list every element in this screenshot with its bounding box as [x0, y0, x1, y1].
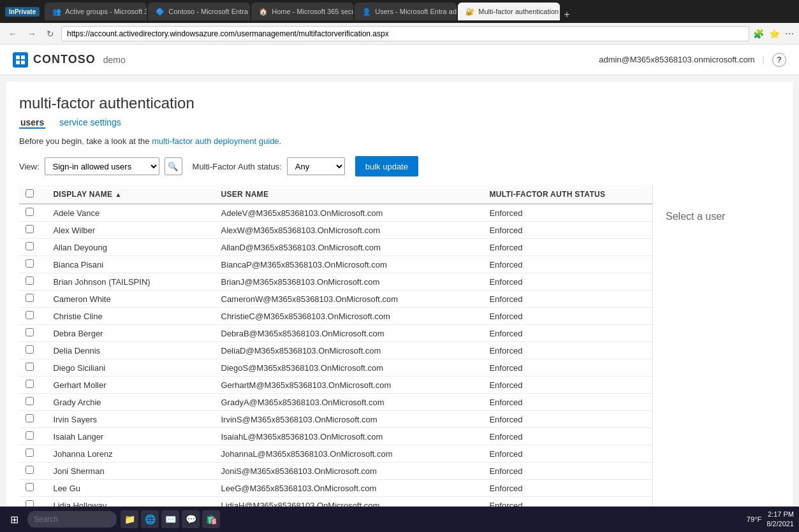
- row-checkbox-1[interactable]: [26, 225, 34, 233]
- taskbar-file-explorer-icon[interactable]: 📁: [121, 510, 138, 528]
- col-header-display-name[interactable]: DISPLAY NAME ▲: [47, 185, 214, 204]
- row-check-cell: [19, 291, 47, 308]
- browser-tab-1[interactable]: 👥 Active groups - Microsoft 365 a... ✕: [45, 3, 147, 20]
- row-checkbox-7[interactable]: [26, 328, 34, 336]
- table-row[interactable]: Delia Dennis DeliaD@M365x85368103.OnMicr…: [19, 342, 652, 359]
- table-section: DISPLAY NAME ▲ USER NAME MULTI-FACTOR AU…: [19, 185, 652, 532]
- view-label: View:: [19, 162, 40, 171]
- row-checkbox-11[interactable]: [26, 397, 34, 405]
- tab-users[interactable]: users: [19, 117, 45, 129]
- taskbar-teams-icon[interactable]: 💬: [182, 510, 200, 528]
- row-checkbox-15[interactable]: [26, 466, 34, 474]
- extensions-icon[interactable]: 🧩: [753, 29, 764, 39]
- table-row[interactable]: Grady Archie GradyA@M365x85368103.OnMicr…: [19, 394, 652, 411]
- row-mfa-status: Enforced: [483, 204, 652, 222]
- settings-icon[interactable]: ⋯: [785, 29, 794, 39]
- row-user-name: AlexW@M365x85368103.OnMicrosoft.com: [215, 222, 483, 239]
- inprivate-badge: InPrivate: [5, 7, 40, 17]
- row-checkbox-10[interactable]: [26, 380, 34, 388]
- row-checkbox-6[interactable]: [26, 311, 34, 319]
- row-user-name: CameronW@M365x85368103.OnMicrosoft.com: [215, 291, 483, 308]
- row-mfa-status: Enforced: [483, 463, 652, 480]
- row-mfa-status: Enforced: [483, 480, 652, 497]
- table-row[interactable]: Cameron White CameronW@M365x85368103.OnM…: [19, 291, 652, 308]
- row-check-cell: [19, 463, 47, 480]
- favorites-icon[interactable]: ⭐: [769, 29, 780, 39]
- row-checkbox-9[interactable]: [26, 363, 34, 371]
- row-display-name: Allan Deyoung: [47, 239, 214, 256]
- row-check-cell: [19, 239, 47, 256]
- back-button[interactable]: ←: [5, 27, 20, 40]
- svg-rect-2: [16, 61, 20, 64]
- table-row[interactable]: Adele Vance AdeleV@M365x85368103.OnMicro…: [19, 204, 652, 222]
- new-tab-button[interactable]: +: [561, 9, 572, 20]
- search-button[interactable]: 🔍: [165, 157, 182, 175]
- admin-email: admin@M365x85368103.onmicrosoft.com: [599, 55, 754, 64]
- row-checkbox-16[interactable]: [26, 483, 34, 491]
- reload-button[interactable]: ↻: [43, 27, 57, 40]
- row-display-name: Brian Johnson (TAILSPIN): [47, 273, 214, 291]
- row-checkbox-2[interactable]: [26, 242, 34, 250]
- taskbar-store-icon[interactable]: 🛍️: [202, 510, 220, 528]
- logo-demo: demo: [103, 55, 126, 65]
- help-button[interactable]: ?: [772, 53, 786, 67]
- table-row[interactable]: Joni Sherman JoniS@M365x85368103.OnMicro…: [19, 463, 652, 480]
- mfa-status-select[interactable]: Any Enabled Disabled Enforced: [287, 157, 345, 175]
- row-checkbox-12[interactable]: [26, 414, 34, 422]
- table-row[interactable]: Debra Berger DebraB@M365x85368103.OnMicr…: [19, 325, 652, 342]
- table-row[interactable]: Johanna Lorenz JohannaL@M365x85368103.On…: [19, 445, 652, 463]
- logo-icon: [13, 52, 28, 68]
- row-checkbox-8[interactable]: [26, 345, 34, 354]
- select-all-checkbox[interactable]: [26, 189, 34, 198]
- table-row[interactable]: Christie Cline ChristieC@M365x85368103.O…: [19, 308, 652, 325]
- col-header-mfa-status: MULTI-FACTOR AUTH STATUS: [483, 185, 652, 204]
- tab-label-1: Active groups - Microsoft 365 a...: [65, 8, 147, 15]
- table-row[interactable]: Irvin Sayers IrvinS@M365x85368103.OnMicr…: [19, 411, 652, 428]
- row-checkbox-5[interactable]: [26, 294, 34, 302]
- tab-service-settings[interactable]: service settings: [58, 117, 122, 129]
- logo-text: CONTOSO: [33, 53, 96, 66]
- row-check-cell: [19, 222, 47, 239]
- row-display-name: Diego Siciliani: [47, 359, 214, 377]
- row-checkbox-14[interactable]: [26, 449, 34, 457]
- tab-favicon-2: 🔷: [156, 8, 165, 16]
- browser-tab-3[interactable]: 🏠 Home - Microsoft 365 security ... ✕: [251, 3, 353, 20]
- row-display-name: Cameron White: [47, 291, 214, 308]
- table-row[interactable]: Lee Gu LeeG@M365x85368103.OnMicrosoft.co…: [19, 480, 652, 497]
- table-row[interactable]: Diego Siciliani DiegoS@M365x85368103.OnM…: [19, 359, 652, 377]
- address-bar[interactable]: [61, 26, 749, 41]
- bulk-update-button[interactable]: bulk update: [355, 156, 418, 176]
- row-mfa-status: Enforced: [483, 428, 652, 445]
- row-checkbox-4[interactable]: [26, 277, 34, 285]
- table-row[interactable]: Isaiah Langer IsaiahL@M365x85368103.OnMi…: [19, 428, 652, 445]
- user-table: DISPLAY NAME ▲ USER NAME MULTI-FACTOR AU…: [19, 185, 652, 532]
- guide-suffix: .: [279, 136, 282, 146]
- browser-tab-5[interactable]: 🔐 Multi-factor authentication ✕: [458, 3, 560, 20]
- taskbar-edge-icon[interactable]: 🌐: [141, 510, 159, 528]
- browser-tab-4[interactable]: 👤 Users - Microsoft Entra admin c... ✕: [355, 3, 457, 20]
- taskbar-mail-icon[interactable]: ✉️: [161, 510, 179, 528]
- taskbar-search-input[interactable]: [27, 511, 117, 528]
- browser-tab-2[interactable]: 🔷 Contoso - Microsoft Entra admi... ✕: [148, 3, 250, 20]
- table-row[interactable]: Gerhart Moller GerhartM@M365x85368103.On…: [19, 377, 652, 394]
- table-row[interactable]: Allan Deyoung AllanD@M365x85368103.OnMic…: [19, 239, 652, 256]
- view-select[interactable]: Sign-in allowed users Sign-in blocked us…: [45, 157, 159, 175]
- row-display-name: Debra Berger: [47, 325, 214, 342]
- row-user-name: IrvinS@M365x85368103.OnMicrosoft.com: [215, 411, 483, 428]
- table-row[interactable]: Alex Wilber AlexW@M365x85368103.OnMicros…: [19, 222, 652, 239]
- select-user-prompt: Select a user: [666, 211, 725, 222]
- forward-button[interactable]: →: [24, 27, 40, 40]
- taskbar-datetime: 2:17 PM 8/2/2021: [766, 510, 794, 529]
- row-check-cell: [19, 411, 47, 428]
- page-tabs: users service settings: [19, 117, 780, 129]
- guide-link[interactable]: multi-factor auth deployment guide: [152, 136, 279, 146]
- row-check-cell: [19, 394, 47, 411]
- table-row[interactable]: Bianca Pisani BiancaP@M365x85368103.OnMi…: [19, 256, 652, 273]
- row-checkbox-3[interactable]: [26, 259, 34, 268]
- start-button[interactable]: ⊞: [5, 511, 24, 528]
- table-row[interactable]: Brian Johnson (TAILSPIN) BrianJ@M365x853…: [19, 273, 652, 291]
- row-checkbox-13[interactable]: [26, 431, 34, 440]
- row-checkbox-0[interactable]: [26, 208, 34, 216]
- row-check-cell: [19, 445, 47, 463]
- row-display-name: Johanna Lorenz: [47, 445, 214, 463]
